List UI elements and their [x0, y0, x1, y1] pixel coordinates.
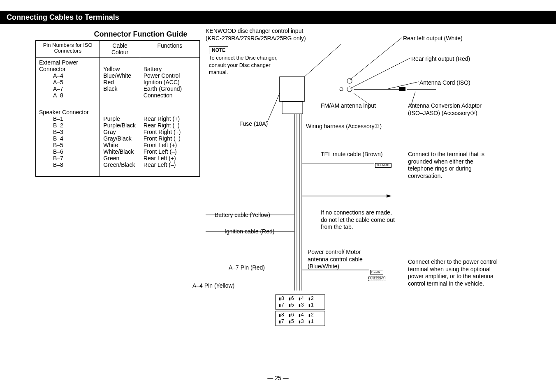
colour: Green/Black: [103, 161, 135, 168]
svg-marker-21: [387, 194, 392, 198]
pcont-tag: P.CONT: [370, 267, 383, 275]
pin: B–3: [39, 129, 63, 135]
colour: White: [103, 142, 118, 148]
svg-line-8: [304, 44, 341, 77]
tel-mute-label: TEL mute cable (Brown): [321, 151, 382, 158]
antcont-tag: ANT.CONT: [368, 274, 385, 281]
pin: B–1: [39, 115, 63, 122]
svg-line-11: [387, 82, 419, 89]
ignition-cable-label: Ignition cable (Red): [225, 228, 274, 235]
colour: Yellow: [103, 66, 120, 72]
pin: A–5: [39, 79, 63, 85]
colour: Purple/Black: [103, 122, 136, 129]
section-label-speaker: Speaker Connector: [39, 109, 89, 115]
pin: B–6: [39, 148, 63, 155]
rear-right-output-label: Rear right output (Red): [411, 55, 470, 63]
a4-pin-label: A–4 Pin (Yellow): [192, 282, 234, 290]
col-functions: Functions: [140, 41, 199, 58]
colour: Black: [103, 85, 117, 92]
tel-mute-desc: Connect to the terminal that is grounded…: [408, 151, 498, 180]
svg-line-9: [350, 37, 402, 80]
iso-upper-row1: 8 6 4 2: [279, 295, 317, 302]
section-title: Connecting Cables to Terminals: [7, 13, 119, 21]
func: Rear Left (–): [144, 161, 176, 168]
disc-changer-label: KENWOOD disc changer control input (KRC-…: [206, 28, 306, 42]
table-section-speaker: Speaker Connector B–1 B–2 B–3 B–4 B–5 B–…: [36, 107, 200, 177]
func: Rear Right (+): [144, 115, 180, 122]
iso-lower-row2: 7 5 3 1: [279, 318, 317, 325]
svg-line-10: [350, 58, 410, 88]
wiring-harness-label: Wiring harness (Accessory①): [306, 123, 382, 130]
svg-rect-6: [399, 87, 405, 91]
pin: B–2: [39, 122, 63, 129]
antenna-adaptor-label: Antenna Conversion Adaptor (ISO–JASO) (A…: [408, 102, 494, 117]
table-section-power: External Power Connector A–4 A–5 A–7 A–8…: [36, 58, 200, 107]
func: Rear Right (–): [144, 122, 180, 129]
wiring-diagram: KENWOOD disc changer control input (KRC-…: [206, 28, 551, 369]
rear-left-output-label: Rear left output (White): [403, 35, 463, 42]
func: Front Left (+): [144, 142, 177, 148]
fuse-label: Fuse (10A): [239, 120, 268, 128]
page-number: — 25 —: [0, 375, 556, 381]
note-block: NOTE To connect the Disc changer, consul…: [209, 46, 283, 76]
tel-mute-tag: TEL MUTE: [375, 161, 392, 168]
func: Front Right (–): [144, 135, 181, 142]
pin: A–8: [39, 92, 63, 99]
pin: B–7: [39, 155, 63, 161]
connector-function-table: Pin Numbers for ISO Connectors Cable Col…: [35, 40, 200, 177]
iso-lower-row1: 8 6 4 2: [279, 312, 317, 318]
pin: B–8: [39, 161, 63, 168]
func: Earth (Ground) Connection: [144, 85, 182, 99]
svg-point-3: [347, 87, 352, 92]
func: Battery: [144, 66, 162, 72]
section-header: Connecting Cables to Terminals: [0, 11, 556, 24]
colour: Gray/Black: [103, 135, 131, 142]
svg-rect-1: [282, 101, 303, 114]
svg-line-14: [267, 93, 280, 122]
iso-upper-row2: 7 5 3 1: [279, 302, 317, 308]
colour: Red: [103, 79, 114, 85]
colour: Blue/White: [103, 72, 131, 79]
pin: B–4: [39, 135, 63, 142]
colour: White/Black: [103, 148, 134, 155]
fm-am-label: FM/AM antenna input: [321, 102, 376, 110]
svg-rect-0: [280, 77, 304, 101]
func: Front Left (–): [144, 148, 177, 155]
no-connections-label: If no connections are made, do not let t…: [321, 209, 399, 231]
note-text: To connect the Disc changer, consult you…: [209, 55, 278, 75]
func: Rear Left (+): [144, 155, 176, 161]
pin: B–5: [39, 142, 63, 148]
wiring-svg: [206, 28, 551, 369]
power-control-desc: Connect either to the power control term…: [408, 258, 498, 287]
svg-point-2: [347, 78, 352, 83]
battery-cable-label: Battery cable (Yellow): [215, 212, 270, 219]
pin: A–7: [39, 85, 63, 92]
svg-point-4: [340, 88, 343, 91]
col-colour: Cable Colour: [100, 41, 140, 58]
colour: Gray: [103, 129, 116, 135]
colour: Purple: [103, 115, 120, 122]
note-label: NOTE: [209, 46, 228, 54]
func: Power Control: [144, 72, 180, 79]
colour: Green: [103, 155, 119, 161]
content-area: Connector Function Guide Pin Numbers for…: [0, 24, 556, 177]
power-control-label: Power control/ Motor antenna control cab…: [308, 249, 378, 270]
table-title: Connector Function Guide: [58, 30, 223, 39]
func: Front Right (+): [144, 129, 181, 135]
a7-pin-label: A–7 Pin (Red): [229, 264, 265, 272]
antenna-cord-label: Antenna Cord (ISO): [419, 79, 470, 87]
pin: A–4: [39, 72, 63, 79]
col-pin: Pin Numbers for ISO Connectors: [36, 41, 100, 58]
section-label-power: External Power Connector: [39, 59, 78, 72]
func: Ignition (ACC): [144, 79, 180, 85]
